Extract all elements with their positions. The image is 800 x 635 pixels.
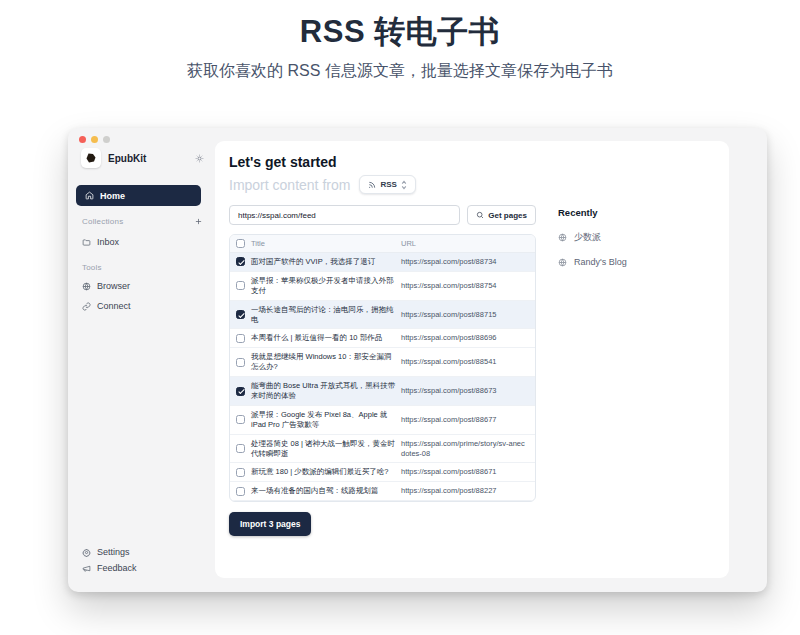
- sidebar-header: EpubKit: [81, 148, 204, 168]
- article-title: 能弯曲的 Bose Ultra 开放式耳机，黑科技带来时尚的体验: [251, 381, 401, 401]
- sidebar-item-label: Settings: [97, 547, 130, 557]
- get-pages-label: Get pages: [488, 211, 527, 220]
- table-row[interactable]: 本周看什么 | 最近值得一看的 10 部作品https://sspai.com/…: [230, 329, 535, 348]
- sidebar-item-inbox[interactable]: Inbox: [82, 237, 119, 247]
- row-checkbox[interactable]: [236, 468, 245, 477]
- article-title: 我就是想继续用 Windows 10：那安全漏洞怎么办?: [251, 352, 401, 372]
- article-url: https://sspai.com/post/88673: [401, 386, 535, 396]
- collections-label: Collections: [82, 217, 123, 226]
- import-source-row: Import content from RSS: [229, 175, 715, 194]
- table-row[interactable]: 新玩意 180 | 少数派的编辑们最近买了啥?https://sspai.com…: [230, 463, 535, 482]
- sidebar-item-label: Feedback: [97, 563, 137, 573]
- table-row[interactable]: 一场长途自驾后的讨论：油电同乐，拥抱纯电https://sspai.com/po…: [230, 301, 535, 330]
- row-checkbox[interactable]: [236, 257, 245, 266]
- recently-item-label: Randy's Blog: [574, 257, 627, 267]
- article-url: https://sspai.com/post/88671: [401, 467, 535, 477]
- sidebar-item-label: Connect: [97, 301, 131, 311]
- article-url: https://sspai.com/post/88696: [401, 333, 535, 343]
- collections-section: Collections: [82, 217, 203, 226]
- page-title: RSS 转电子书: [0, 11, 800, 53]
- sidebar-item-home[interactable]: Home: [76, 185, 201, 206]
- table-row[interactable]: 派早报：Google 发布 Pixel 8a、Apple 就 iPad Pro …: [230, 406, 535, 435]
- row-checkbox[interactable]: [236, 444, 245, 453]
- globe-icon: [558, 233, 567, 242]
- sidebar-item-label: Browser: [97, 281, 130, 291]
- article-url: https://sspai.com/post/88754: [401, 281, 535, 291]
- row-checkbox[interactable]: [236, 415, 245, 424]
- sidebar-item-browser[interactable]: Browser: [82, 281, 130, 291]
- tools-label: Tools: [82, 263, 102, 272]
- gear-icon: [82, 548, 91, 557]
- article-title: 派早报：Google 发布 Pixel 8a、Apple 就 iPad Pro …: [251, 410, 401, 430]
- import-button[interactable]: Import 3 pages: [229, 512, 311, 536]
- article-title: 面对国产软件的 VVIP，我选择了退订: [251, 257, 401, 267]
- app-logo: [81, 148, 101, 168]
- recently-item-label: 少数派: [574, 231, 601, 244]
- sidebar-item-label: Home: [100, 191, 125, 201]
- megaphone-icon: [82, 564, 91, 573]
- link-icon: [82, 302, 91, 311]
- article-url: https://sspai.com/post/88541: [401, 357, 535, 367]
- row-checkbox[interactable]: [236, 358, 245, 367]
- rss-icon: [368, 181, 376, 189]
- page-subtitle: 获取你喜欢的 RSS 信息源文章，批量选择文章保存为电子书: [0, 61, 800, 82]
- recently-item[interactable]: 少数派: [558, 231, 627, 244]
- plus-icon: [194, 217, 203, 226]
- column-header-title: Title: [251, 239, 401, 249]
- folder-icon: [82, 238, 91, 247]
- chevron-up-down-icon: [401, 180, 407, 190]
- table-row[interactable]: 面对国产软件的 VVIP，我选择了退订https://sspai.com/pos…: [230, 253, 535, 272]
- sidebar-item-feedback[interactable]: Feedback: [82, 563, 137, 573]
- article-title: 本周看什么 | 最近值得一看的 10 部作品: [251, 333, 401, 343]
- article-url: https://sspai.com/post/88734: [401, 257, 535, 267]
- row-checkbox[interactable]: [236, 387, 245, 396]
- row-checkbox[interactable]: [236, 334, 245, 343]
- content-row: Get pages Title URL 面对国产软件的 VVIP，我选择了退订h…: [229, 205, 715, 536]
- row-checkbox[interactable]: [236, 310, 245, 319]
- table-row[interactable]: 我就是想继续用 Windows 10：那安全漏洞怎么办?https://sspa…: [230, 348, 535, 377]
- add-collection-button[interactable]: [194, 217, 203, 226]
- article-title: 新玩意 180 | 少数派的编辑们最近买了啥?: [251, 467, 401, 477]
- source-selector[interactable]: RSS: [359, 175, 415, 194]
- article-url: https://sspai.com/prime/story/sv-anecdot…: [401, 439, 535, 459]
- feed-url-input[interactable]: [229, 205, 460, 225]
- main-panel: Let's get started Import content from RS…: [215, 141, 729, 578]
- home-icon: [85, 191, 94, 200]
- table-row[interactable]: 能弯曲的 Bose Ultra 开放式耳机，黑科技带来时尚的体验https://…: [230, 377, 535, 406]
- row-checkbox[interactable]: [236, 281, 245, 290]
- article-table: Title URL 面对国产软件的 VVIP，我选择了退订https://ssp…: [229, 234, 536, 502]
- article-url: https://sspai.com/post/88677: [401, 415, 535, 425]
- row-checkbox[interactable]: [236, 487, 245, 496]
- sidebar-item-settings[interactable]: Settings: [82, 547, 130, 557]
- table-header: Title URL: [230, 235, 535, 253]
- app-window: EpubKit Home Collections Inbox Tools: [68, 128, 767, 592]
- recently-heading: Recently: [558, 207, 627, 218]
- table-row[interactable]: 派早报：苹果称仅极少开发者申请接入外部支付https://sspai.com/p…: [230, 272, 535, 301]
- sidebar-item-connect[interactable]: Connect: [82, 301, 131, 311]
- theme-toggle-icon[interactable]: [195, 154, 204, 163]
- import-column: Get pages Title URL 面对国产软件的 VVIP，我选择了退订h…: [229, 205, 536, 536]
- source-selector-label: RSS: [380, 180, 396, 189]
- article-table-body: 面对国产软件的 VVIP，我选择了退订https://sspai.com/pos…: [230, 253, 535, 501]
- sidebar-item-label: Inbox: [97, 237, 119, 247]
- app-name: EpubKit: [108, 153, 146, 164]
- table-row[interactable]: 来一场有准备的国内自驾：线路规划篇https://sspai.com/post/…: [230, 482, 535, 501]
- globe-icon: [82, 282, 91, 291]
- globe-icon: [558, 258, 567, 267]
- table-row[interactable]: 处理器简史 08 | 诸神大战一触即发，黄金时代转瞬即逝https://sspa…: [230, 435, 535, 464]
- article-title: 一场长途自驾后的讨论：油电同乐，拥抱纯电: [251, 305, 401, 325]
- main-subheading: Import content from: [229, 177, 350, 193]
- get-pages-button[interactable]: Get pages: [467, 205, 536, 225]
- column-header-url: URL: [401, 239, 535, 249]
- recently-panel: Recently 少数派 Randy's Blog: [558, 205, 627, 536]
- article-title: 来一场有准备的国内自驾：线路规划篇: [251, 486, 401, 496]
- article-url: https://sspai.com/post/88715: [401, 310, 535, 320]
- epubkit-logo-icon: [85, 152, 97, 164]
- article-title: 派早报：苹果称仅极少开发者申请接入外部支付: [251, 276, 401, 296]
- search-icon: [476, 211, 484, 219]
- select-all-checkbox[interactable]: [236, 239, 245, 248]
- recently-item[interactable]: Randy's Blog: [558, 257, 627, 267]
- sidebar: EpubKit Home Collections Inbox Tools: [68, 128, 215, 592]
- article-title: 处理器简史 08 | 诸神大战一触即发，黄金时代转瞬即逝: [251, 439, 401, 459]
- main-heading: Let's get started: [229, 154, 715, 170]
